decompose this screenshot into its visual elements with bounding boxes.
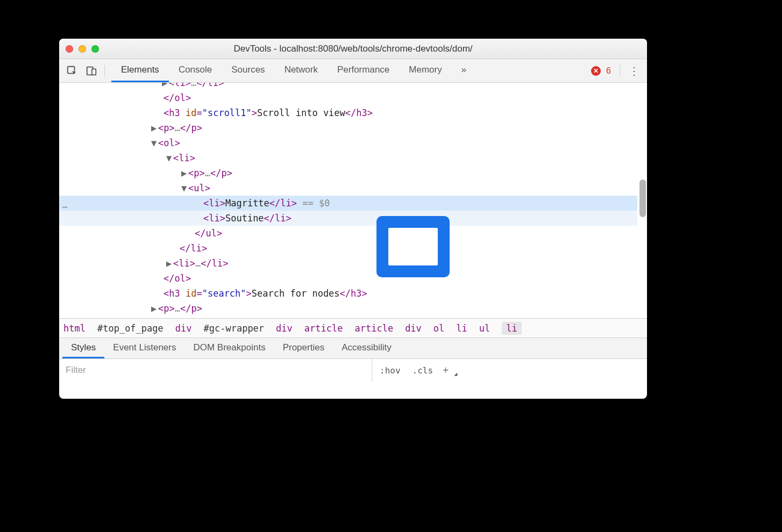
dom-node-row[interactable]: ▼<ul>: [59, 181, 637, 196]
breadcrumb-item[interactable]: div: [276, 323, 293, 334]
dom-node-row[interactable]: <li>Magritte</li> == $0: [59, 196, 637, 211]
expand-toggle-icon[interactable]: ▶: [161, 83, 168, 90]
dom-node-row[interactable]: ▶<li>…</li>: [59, 256, 637, 271]
resize-corner-icon: ◢: [454, 371, 457, 377]
svg-rect-2: [92, 69, 96, 75]
breadcrumb-item[interactable]: div: [175, 323, 192, 334]
new-style-rule-button[interactable]: +: [443, 364, 449, 377]
panel-tabs: Elements Console Sources Network Perform…: [111, 59, 591, 82]
breadcrumb-item[interactable]: #top_of_page: [97, 323, 163, 334]
expand-toggle-icon[interactable]: ▶: [166, 256, 172, 271]
vertical-scrollbar[interactable]: [639, 179, 646, 217]
sidebar-tab-properties[interactable]: Properties: [274, 338, 333, 358]
sidebar-tab-event-listeners[interactable]: Event Listeners: [104, 338, 184, 358]
expand-toggle-icon[interactable]: ▶: [181, 166, 187, 181]
expand-toggle-icon[interactable]: ▶: [151, 120, 157, 135]
breadcrumb-item[interactable]: li: [502, 322, 521, 335]
toggle-cls-button[interactable]: .cls: [410, 364, 436, 377]
window-title: DevTools - localhost:8080/web/tools/chro…: [59, 44, 647, 54]
expand-toggle-icon[interactable]: ▼: [181, 181, 187, 196]
elements-dom-tree[interactable]: ▶<li>…</li></ol><h3 id="scroll1">Scroll …: [59, 83, 647, 318]
toolbar-right: ✕ 6 ⋮: [591, 64, 644, 77]
expand-toggle-icon[interactable]: ▼: [166, 150, 172, 166]
tab-memory[interactable]: Memory: [399, 59, 451, 82]
styles-toolbar: :hov .cls + ◢: [59, 359, 647, 382]
main-toolbar: Elements Console Sources Network Perform…: [59, 59, 647, 83]
breadcrumb-item[interactable]: div: [405, 323, 422, 334]
overlay-highlight-icon: [376, 216, 450, 277]
dom-node-row[interactable]: <li>Soutine</li>: [59, 211, 637, 226]
titlebar: DevTools - localhost:8080/web/tools/chro…: [59, 39, 647, 59]
dom-node-row[interactable]: </li>: [59, 241, 637, 256]
tab-more[interactable]: »: [452, 59, 476, 82]
tab-sources[interactable]: Sources: [222, 59, 274, 82]
sidebar-tab-styles[interactable]: Styles: [62, 338, 104, 358]
toggle-hov-button[interactable]: :hov: [378, 364, 403, 377]
dom-node-row[interactable]: </ol>: [59, 90, 637, 105]
inspect-element-icon[interactable]: [62, 61, 82, 81]
dom-node-row[interactable]: </ul>: [59, 226, 637, 241]
separator: [104, 65, 105, 77]
dom-node-row[interactable]: <h3 id="search">Search for nodes</h3>: [59, 286, 637, 301]
breadcrumb-item[interactable]: html: [63, 323, 86, 334]
sidebar-tab-accessibility[interactable]: Accessibility: [333, 338, 400, 358]
breadcrumb-item[interactable]: ul: [479, 323, 490, 334]
devtools-window: DevTools - localhost:8080/web/tools/chro…: [59, 39, 647, 399]
dom-node-row[interactable]: ▶<li>…</li>: [59, 83, 637, 90]
styles-filter-input[interactable]: [59, 359, 372, 382]
breadcrumb-item[interactable]: #gc-wrapper: [204, 323, 265, 334]
tab-performance[interactable]: Performance: [328, 59, 399, 82]
expand-toggle-icon[interactable]: ▼: [151, 135, 157, 150]
dom-node-row[interactable]: ▶<p>…</p>: [59, 120, 637, 135]
error-count[interactable]: 6: [606, 66, 611, 76]
sidebar-tabs: StylesEvent ListenersDOM BreakpointsProp…: [59, 337, 647, 359]
dom-node-row[interactable]: </ol>: [59, 271, 637, 286]
settings-menu-icon[interactable]: ⋮: [629, 64, 639, 77]
dom-node-row[interactable]: ▶<p>…</p>: [59, 301, 637, 316]
expand-toggle-icon[interactable]: ▶: [151, 301, 157, 316]
error-icon[interactable]: ✕: [591, 66, 601, 76]
tab-console[interactable]: Console: [169, 59, 222, 82]
row-actions-icon[interactable]: …: [62, 198, 68, 213]
breadcrumb-item[interactable]: article: [304, 323, 343, 334]
tab-network[interactable]: Network: [275, 59, 328, 82]
zoom-window-button[interactable]: [91, 45, 99, 53]
breadcrumb-item[interactable]: ol: [433, 323, 444, 334]
dom-node-row[interactable]: ▼<ol>: [59, 135, 637, 150]
close-window-button[interactable]: [66, 45, 73, 53]
window-controls: [66, 45, 99, 53]
sidebar-tab-dom-breakpoints[interactable]: DOM Breakpoints: [184, 338, 274, 358]
dom-breadcrumbs: html#top_of_pagediv#gc-wrapperdivarticle…: [59, 318, 647, 337]
tab-elements[interactable]: Elements: [111, 59, 169, 82]
separator: [620, 65, 620, 77]
dom-node-row[interactable]: ▶<p>…</p>: [59, 166, 637, 181]
breadcrumb-item[interactable]: li: [456, 323, 467, 334]
dom-node-row[interactable]: <h3 id="scroll1">Scroll into view</h3>: [59, 105, 637, 120]
breadcrumb-item[interactable]: article: [354, 323, 393, 334]
device-toolbar-icon[interactable]: [82, 61, 101, 81]
minimize-window-button[interactable]: [79, 45, 86, 53]
dom-node-row[interactable]: ▼<li>: [59, 150, 637, 166]
